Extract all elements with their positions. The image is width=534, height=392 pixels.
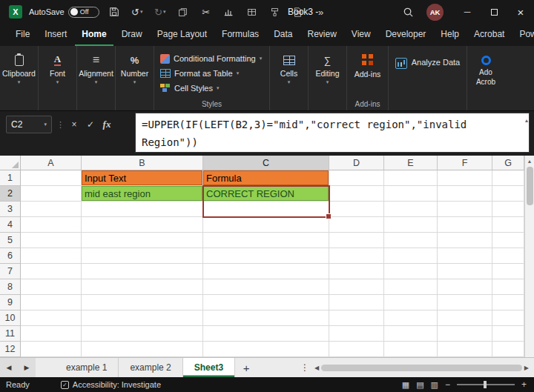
cell-F11[interactable] bbox=[438, 326, 492, 342]
row-header-7[interactable]: 7 bbox=[0, 264, 21, 279]
cell-F1[interactable] bbox=[438, 170, 492, 186]
cell-F10[interactable] bbox=[438, 310, 492, 326]
cell-G4[interactable] bbox=[492, 217, 524, 233]
autosave-switch[interactable]: Off bbox=[68, 7, 99, 18]
cell-A12[interactable] bbox=[21, 342, 82, 357]
vertical-scrollbar[interactable]: ▲ bbox=[524, 156, 534, 357]
cell-D6[interactable] bbox=[329, 248, 384, 264]
cell-A8[interactable] bbox=[21, 279, 82, 295]
analyze-data-button[interactable]: Analyze Data bbox=[389, 46, 467, 110]
scroll-up-icon[interactable]: ▲ bbox=[527, 156, 533, 167]
zoom-slider-knob[interactable] bbox=[484, 381, 487, 388]
column-header-e[interactable]: E bbox=[384, 156, 438, 170]
sheet-tab-example-1[interactable]: example 1 bbox=[55, 358, 119, 377]
undo-icon[interactable]: ↺▾ bbox=[129, 4, 145, 20]
cell-D8[interactable] bbox=[329, 279, 384, 295]
cut-icon[interactable]: ✂ bbox=[198, 4, 214, 20]
ribbon-group-alignment[interactable]: Alignment▾ bbox=[77, 46, 116, 110]
name-box[interactable]: C2 ▾ bbox=[6, 116, 52, 133]
cell-E3[interactable] bbox=[384, 202, 438, 217]
cell-A1[interactable] bbox=[21, 170, 82, 186]
cell-B5[interactable] bbox=[82, 233, 203, 248]
cell-C7[interactable] bbox=[203, 264, 329, 279]
ribbon-button-cell-styles[interactable]: Cell Styles▾ bbox=[160, 81, 265, 96]
cell-G2[interactable] bbox=[492, 186, 524, 202]
cell-F3[interactable] bbox=[438, 202, 492, 217]
cell-C12[interactable] bbox=[203, 342, 329, 357]
cell-F5[interactable] bbox=[438, 233, 492, 248]
insert-function-icon[interactable]: fx bbox=[100, 119, 113, 130]
minimize-button[interactable]: ─ bbox=[454, 0, 481, 24]
cell-C2[interactable]: CORRECT REGION bbox=[203, 186, 329, 202]
cell-F2[interactable] bbox=[438, 186, 492, 202]
menu-tab-file[interactable]: File bbox=[9, 24, 36, 46]
cell-B2[interactable]: mid east region bbox=[82, 186, 203, 202]
cell-C9[interactable] bbox=[203, 295, 329, 310]
menu-tab-review[interactable]: Review bbox=[300, 24, 343, 46]
avatar[interactable]: AK bbox=[426, 4, 444, 21]
menu-tab-help[interactable]: Help bbox=[434, 24, 466, 46]
row-header-3[interactable]: 3 bbox=[0, 202, 21, 217]
ribbon-group-clipboard[interactable]: Clipboard▾ bbox=[0, 46, 39, 110]
cell-G12[interactable] bbox=[492, 342, 524, 357]
cell-B7[interactable] bbox=[82, 264, 203, 279]
format-painter-icon[interactable] bbox=[267, 4, 283, 20]
ribbon-group-font[interactable]: Font▾ bbox=[39, 46, 77, 110]
page-break-view-icon[interactable]: ▥ bbox=[431, 381, 438, 389]
row-header-2[interactable]: 2 bbox=[0, 186, 21, 202]
row-header-1[interactable]: 1 bbox=[0, 170, 21, 186]
zoom-slider[interactable] bbox=[457, 384, 515, 385]
page-layout-view-icon[interactable]: ▤ bbox=[416, 381, 423, 389]
cell-A11[interactable] bbox=[21, 326, 82, 342]
redo-icon[interactable]: ↻▾ bbox=[152, 4, 168, 20]
cell-A5[interactable] bbox=[21, 233, 82, 248]
cell-B12[interactable] bbox=[82, 342, 203, 357]
column-header-f[interactable]: F bbox=[438, 156, 492, 170]
sheet-tab-sheet3[interactable]: Sheet3 bbox=[183, 358, 235, 377]
row-header-9[interactable]: 9 bbox=[0, 295, 21, 310]
table-icon[interactable] bbox=[244, 4, 260, 20]
cell-B1[interactable]: Input Text bbox=[82, 170, 203, 186]
cell-E12[interactable] bbox=[384, 342, 438, 357]
ribbon-group-editing[interactable]: Editing▾ bbox=[309, 46, 347, 110]
cell-F12[interactable] bbox=[438, 342, 492, 357]
cell-D11[interactable] bbox=[329, 326, 384, 342]
cell-B4[interactable] bbox=[82, 217, 203, 233]
cell-C11[interactable] bbox=[203, 326, 329, 342]
normal-view-icon[interactable]: ▦ bbox=[402, 381, 409, 389]
ribbon-button-format-as-table[interactable]: Format as Table▾ bbox=[160, 66, 265, 81]
scroll-right-icon[interactable]: ▶ bbox=[522, 365, 531, 371]
cell-C8[interactable] bbox=[203, 279, 329, 295]
cell-D9[interactable] bbox=[329, 295, 384, 310]
ribbon-button-conditional-formatting[interactable]: Conditional Formatting▾ bbox=[160, 51, 265, 66]
next-sheet-icon[interactable]: ▶ bbox=[18, 358, 36, 377]
cell-F8[interactable] bbox=[438, 279, 492, 295]
cell-F7[interactable] bbox=[438, 264, 492, 279]
horizontal-scroll-thumb[interactable] bbox=[321, 365, 522, 371]
search-icon[interactable] bbox=[400, 4, 416, 20]
cell-B6[interactable] bbox=[82, 248, 203, 264]
cell-G8[interactable] bbox=[492, 279, 524, 295]
zoom-in-icon[interactable]: + bbox=[521, 379, 527, 390]
cell-C10[interactable] bbox=[203, 310, 329, 326]
cell-F9[interactable] bbox=[438, 295, 492, 310]
cell-A10[interactable] bbox=[21, 310, 82, 326]
cell-F6[interactable] bbox=[438, 248, 492, 264]
cell-A3[interactable] bbox=[21, 202, 82, 217]
cell-B8[interactable] bbox=[82, 279, 203, 295]
cell-B9[interactable] bbox=[82, 295, 203, 310]
ribbon-group-number[interactable]: Number▾ bbox=[116, 46, 154, 110]
cell-B3[interactable] bbox=[82, 202, 203, 217]
enter-icon[interactable]: ✓ bbox=[84, 119, 97, 130]
horizontal-scrollbar[interactable]: ◀ ▶ bbox=[309, 358, 534, 377]
row-header-12[interactable]: 12 bbox=[0, 342, 21, 357]
vertical-scroll-thumb[interactable] bbox=[527, 167, 533, 205]
cancel-icon[interactable]: × bbox=[67, 119, 81, 130]
cell-A6[interactable] bbox=[21, 248, 82, 264]
cell-G1[interactable] bbox=[492, 170, 524, 186]
menu-tab-view[interactable]: View bbox=[345, 24, 378, 46]
column-header-d[interactable]: D bbox=[329, 156, 384, 170]
accessibility-status[interactable]: ✓ Accessibility: Investigate bbox=[61, 380, 161, 389]
cell-D3[interactable] bbox=[329, 202, 384, 217]
cell-B10[interactable] bbox=[82, 310, 203, 326]
